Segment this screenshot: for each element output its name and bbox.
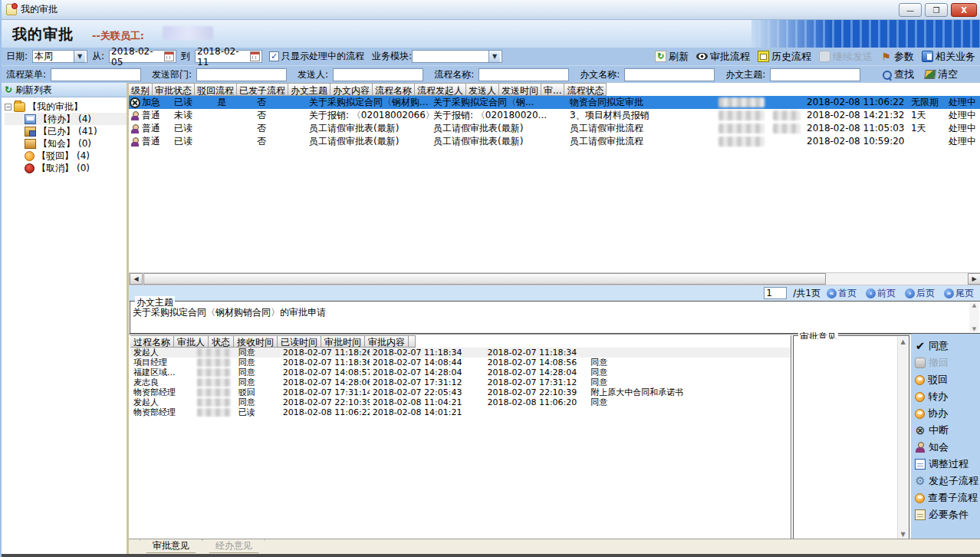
column-header[interactable]: 审批状态: [153, 83, 195, 96]
filter-field[interactable]: [51, 68, 141, 81]
table-row[interactable]: 普通 已读 否 员工请假审批表(最新) 员工请假审批表(最新) 员工请假审批流程…: [129, 135, 980, 148]
filter-field[interactable]: [333, 68, 423, 81]
action-button[interactable]: 查看子流程: [911, 489, 980, 506]
sidebar: ↻ 刷新列表 − 【我的审批】 【待办】 (4): [2, 83, 129, 554]
to-date-field[interactable]: 2018-02-11: [195, 50, 262, 63]
toolbar-button[interactable]: 审批流程: [696, 50, 750, 64]
scroll-up-icon[interactable]: ▲: [972, 302, 976, 308]
action-button[interactable]: 转办: [911, 388, 980, 405]
maximize-button[interactable]: ❐: [925, 3, 948, 17]
tree-item[interactable]: 【取消】 (0): [5, 162, 127, 174]
table-row[interactable]: 加急 已读 是 否 关于采购拟定合同〈钢材购... 关于采购拟定合同〈钢... …: [129, 96, 980, 109]
toolbar-button[interactable]: 相关业务: [922, 50, 975, 64]
tree-item[interactable]: 【待办】 (4): [5, 113, 127, 125]
pagination-button[interactable]: ‹ 前页: [866, 287, 896, 300]
column-header[interactable]: 接收时间: [234, 335, 278, 348]
column-header[interactable]: 已发子流程: [237, 83, 288, 96]
page-title: 我的审批: [12, 25, 74, 44]
step-row[interactable]: 发起人 同意 2018-02-07 22:10:39 2018-02-08 11…: [130, 397, 791, 407]
scroll-left-icon[interactable]: ◀: [130, 273, 143, 285]
pagination-button[interactable]: › 后页: [905, 287, 935, 300]
pagination-button[interactable]: » 尾页: [944, 287, 974, 300]
filter-field[interactable]: [624, 68, 715, 81]
date-range-select[interactable]: 本周 ▼: [32, 50, 87, 63]
collapse-icon[interactable]: −: [5, 104, 12, 110]
action-button[interactable]: 调整过程: [911, 456, 980, 473]
column-header[interactable]: 状态: [209, 335, 234, 348]
horizontal-scrollbar[interactable]: ◀ ▶: [129, 272, 980, 285]
column-header[interactable]: 流程发起人: [415, 83, 466, 96]
step-row[interactable]: 项目经理 同意 2018-02-07 11:18:36 2018-02-07 1…: [130, 358, 791, 367]
step-row[interactable]: 发起人 同意 2018-02-07 11:18:26 2018-02-07 11…: [130, 348, 791, 358]
column-header[interactable]: 办文主题: [288, 83, 331, 96]
refresh-list-button[interactable]: ↻ 刷新列表: [2, 83, 127, 97]
filter-field[interactable]: [770, 68, 860, 81]
action-button[interactable]: 驳回: [911, 371, 980, 388]
column-header[interactable]: 流程名称: [373, 83, 415, 96]
column-header[interactable]: 发送时间: [499, 83, 541, 96]
toolbar-button[interactable]: ⚑ 参数: [880, 50, 914, 64]
column-header[interactable]: 过程名称: [130, 335, 174, 348]
action-button[interactable]: 必要条件: [911, 506, 980, 523]
scrollbar-thumb[interactable]: [143, 273, 826, 285]
action-icon: [915, 358, 926, 368]
bottom-tab[interactable]: 审批意见: [140, 539, 202, 553]
from-date-field[interactable]: 2018-02-05: [109, 50, 176, 63]
column-header[interactable]: [409, 335, 416, 348]
scroll-up-icon[interactable]: ▲: [900, 338, 905, 345]
clear-button[interactable]: 清空: [925, 68, 958, 81]
column-header[interactable]: 已读时间: [278, 335, 321, 348]
scroll-right-icon[interactable]: ▶: [968, 273, 980, 285]
column-header[interactable]: 审批人: [174, 335, 209, 348]
column-header[interactable]: 驳回流程: [195, 83, 237, 96]
column-header[interactable]: 流程状态: [564, 83, 607, 96]
tree-item[interactable]: 【已办】 (41): [5, 125, 127, 137]
pagination-button[interactable]: « 首页: [827, 287, 857, 300]
calendar-icon[interactable]: [250, 51, 260, 61]
chevron-down-icon[interactable]: ▼: [74, 51, 85, 62]
action-button[interactable]: ⊗ 中断: [911, 422, 980, 439]
filter-row-1: 日期: 本周 ▼ 从: 2018-02-05 到 2018-02-11 ✓ 只显…: [2, 48, 980, 66]
action-button[interactable]: ✔ 同意: [911, 338, 980, 354]
toolbar-button[interactable]: 继续发送: [819, 50, 873, 64]
filter-field[interactable]: [196, 68, 287, 81]
column-header[interactable]: 发送人: [466, 83, 499, 96]
column-header[interactable]: 审批时间: [321, 335, 365, 348]
opinion-scrollbar[interactable]: ▲▼: [897, 337, 908, 539]
table-row[interactable]: 普通 已读 否 员工请假审批表(最新) 员工请假审批表(最新) 员工请假审批流程…: [129, 122, 980, 135]
toolbar-button[interactable]: 历史流程: [758, 50, 811, 64]
action-button[interactable]: 撤回: [911, 354, 980, 371]
tree-root-my-approvals[interactable]: − 【我的审批】: [5, 101, 127, 113]
action-button[interactable]: 协办: [911, 405, 980, 422]
subject-scrollbar[interactable]: ▲▼: [969, 302, 979, 332]
step-row[interactable]: 麦志良 同意 2018-02-07 14:28:06 2018-02-07 17…: [130, 377, 791, 387]
minimize-button[interactable]: —: [899, 3, 922, 17]
step-row[interactable]: 物资部经理 已读 2018-02-08 11:06:22 2018-02-08 …: [130, 407, 791, 417]
toolbar-button[interactable]: ↻ 刷新: [655, 50, 689, 64]
tree-item[interactable]: 【知会】 (0): [5, 137, 127, 150]
module-select[interactable]: ▼: [412, 50, 502, 63]
action-button[interactable]: 知会: [911, 439, 980, 456]
step-row[interactable]: 福建区域... 同意 2018-02-07 14:08:57 2018-02-0…: [130, 367, 791, 377]
page-number-input[interactable]: [764, 287, 787, 299]
opinion-textarea[interactable]: [795, 339, 896, 539]
filter-field[interactable]: [478, 68, 569, 81]
chevron-down-icon[interactable]: ▼: [488, 51, 500, 62]
column-header[interactable]: 级别: [129, 83, 153, 96]
from-label: 从:: [92, 50, 104, 63]
table-row[interactable]: 普通 未读 否 关于报销: 〈02018002066〉... 关于报销: 〈02…: [129, 109, 980, 122]
close-button[interactable]: X: [951, 3, 977, 17]
pagination-bar: /共1页 « 首页 ‹ 前页 › 后页 »: [129, 285, 980, 302]
column-header[interactable]: 办文内容: [331, 83, 373, 96]
scroll-down-icon[interactable]: ▼: [900, 531, 905, 538]
scroll-down-icon[interactable]: ▼: [972, 326, 976, 332]
search-button[interactable]: 查找: [882, 68, 914, 81]
column-header[interactable]: 审...: [541, 83, 564, 96]
tree-item[interactable]: 【驳回】 (4): [5, 150, 127, 162]
column-header[interactable]: 审批内容: [365, 335, 409, 348]
only-active-checkbox[interactable]: ✓: [269, 51, 279, 61]
bottom-tab[interactable]: 经办意见: [202, 539, 265, 553]
calendar-icon[interactable]: [164, 51, 174, 61]
action-button[interactable]: ⚙ 发起子流程: [911, 473, 980, 489]
step-row[interactable]: 物资部经理 驳回 2018-02-07 17:31:14 2018-02-07 …: [130, 387, 791, 397]
